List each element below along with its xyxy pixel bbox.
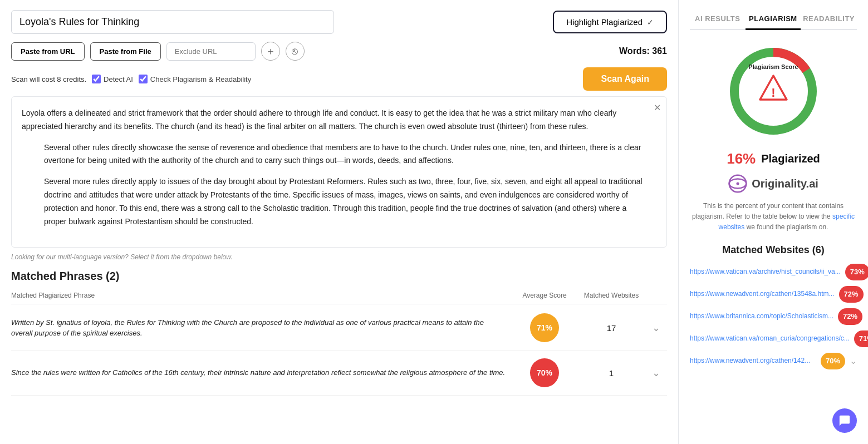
detect-ai-checkbox-label[interactable]: Detect AI xyxy=(92,75,133,83)
highlight-btn-label: Highlight Plagiarized xyxy=(566,17,643,27)
matched-phrases-heading: Matched Phrases (2) xyxy=(11,270,667,283)
website-row-5: https://www.newadvent.org/cathen/142... … xyxy=(690,353,857,369)
matched-phrases-section: Matched Phrases (2) Matched Plagiarized … xyxy=(11,270,667,396)
website-row-2: https://www.newadvent.org/cathen/13548a.… xyxy=(690,286,857,303)
plus-icon: ＋ xyxy=(266,45,276,58)
check-plagiarism-checkbox-label[interactable]: Check Plagiarism & Readability xyxy=(139,75,251,83)
detect-ai-label: Detect AI xyxy=(104,75,133,83)
specific-websites-link[interactable]: specific websites xyxy=(719,213,855,231)
highlight-plagiarized-button[interactable]: Highlight Plagiarized ✓ xyxy=(553,11,667,33)
score-description: This is the percent of your content that… xyxy=(690,201,857,233)
expand-row-2[interactable]: ⌄ xyxy=(645,367,667,379)
donut-chart-wrapper: ! Plagiarism Score xyxy=(690,41,857,141)
score-badge-2: 70% xyxy=(530,358,559,387)
sidebar: AI RESULTS PLAGIARISM READABILITY ! Plag… xyxy=(679,0,868,444)
tab-plagiarism[interactable]: PLAGIARISM xyxy=(746,9,801,30)
col-phrase-header: Matched Plagiarized Phrase xyxy=(11,292,511,299)
document-title-input[interactable] xyxy=(11,10,334,34)
content-text[interactable]: Loyola offers a delineated and strict fr… xyxy=(12,97,666,247)
paragraph-3: Several more rules directly apply to iss… xyxy=(22,175,646,228)
website-link-2[interactable]: https://www.newadvent.org/cathen/13548a.… xyxy=(690,289,835,299)
check-plagiarism-label: Check Plagiarism & Readability xyxy=(150,75,251,83)
paste-from-url-button[interactable]: Paste from URL xyxy=(11,42,85,61)
col-websites-header: Matched Websites xyxy=(578,292,645,299)
main-panel: Highlight Plagiarized ✓ Paste from URL P… xyxy=(0,0,679,444)
score-display: 16% Plagiarized xyxy=(690,150,857,167)
website-row-1: https://www.vatican.va/archive/hist_coun… xyxy=(690,264,857,280)
tab-ai-results[interactable]: AI RESULTS xyxy=(690,9,746,30)
matched-count-2: 1 xyxy=(578,368,645,378)
exclude-url-input[interactable] xyxy=(166,42,256,61)
chat-bubble-button[interactable] xyxy=(832,408,857,433)
credits-row: Scan will cost 8 credits. Detect AI Chec… xyxy=(11,67,667,91)
header-row: Highlight Plagiarized ✓ xyxy=(11,10,667,34)
website-score-1: 73% xyxy=(845,264,868,280)
col-score-header: Average Score xyxy=(511,292,578,299)
website-score-5: 70% xyxy=(821,353,845,369)
plagiarism-donut-chart: ! Plagiarism Score xyxy=(723,41,823,141)
website-row-4: https://www.vatican.va/roman_curia/congr… xyxy=(690,330,857,347)
detect-ai-checkbox[interactable] xyxy=(92,75,101,83)
content-area: Loyola offers a delineated and strict fr… xyxy=(11,96,667,248)
plagiarism-percent: 16% xyxy=(727,150,756,167)
words-count: Words: 361 xyxy=(619,46,667,56)
svg-point-7 xyxy=(737,182,739,185)
website-row-3: https://www.britannica.com/topic/Scholas… xyxy=(690,308,857,325)
matched-websites-heading: Matched Websites (6) xyxy=(690,244,857,256)
share-icon: ⎋ xyxy=(292,46,298,57)
originality-logo-icon xyxy=(728,174,747,193)
paste-from-file-button[interactable]: Paste from File xyxy=(90,42,161,61)
originality-brand: Originality.ai xyxy=(690,174,857,193)
chat-icon xyxy=(838,415,851,427)
credits-text: Scan will cost 8 credits. xyxy=(11,75,86,83)
originality-brand-name: Originality.ai xyxy=(752,177,818,190)
website-score-2: 72% xyxy=(839,286,864,303)
table-row: Written by St. ignatius of loyola, the R… xyxy=(11,305,667,351)
toolbar-row: Paste from URL Paste from File ＋ ⎋ Words… xyxy=(11,42,667,61)
check-plagiarism-checkbox[interactable] xyxy=(139,75,148,83)
matched-count-1: 17 xyxy=(578,323,645,333)
table-header: Matched Plagiarized Phrase Average Score… xyxy=(11,292,667,304)
multi-lang-notice: Looking for our multi-language version? … xyxy=(11,253,667,261)
score-badge-1: 71% xyxy=(530,313,559,342)
expand-row-1[interactable]: ⌄ xyxy=(645,322,667,334)
paragraph-1: Loyola offers a delineated and strict fr… xyxy=(22,107,646,134)
website-score-4: 71% xyxy=(854,330,868,347)
plagiarism-label: Plagiarized xyxy=(761,152,820,165)
tab-readability[interactable]: READABILITY xyxy=(801,9,857,30)
websites-list: https://www.vatican.va/archive/hist_coun… xyxy=(690,264,857,369)
check-icon: ✓ xyxy=(647,18,654,27)
paragraph-2: Several other rules directly showcase th… xyxy=(22,141,646,168)
phrase-text-1: Written by St. ignatius of loyola, the R… xyxy=(11,317,511,339)
website-link-3[interactable]: https://www.britannica.com/topic/Scholas… xyxy=(690,312,833,321)
website-score-3: 72% xyxy=(838,308,862,325)
svg-text:Plagiarism Score: Plagiarism Score xyxy=(748,63,798,70)
table-row: Since the rules were written for Catholi… xyxy=(11,351,667,396)
website-chevron-5[interactable]: ⌄ xyxy=(850,356,857,366)
sidebar-tabs: AI RESULTS PLAGIARISM READABILITY xyxy=(690,9,857,30)
website-link-4[interactable]: https://www.vatican.va/roman_curia/congr… xyxy=(690,334,850,343)
close-content-button[interactable]: ✕ xyxy=(654,102,661,113)
add-button[interactable]: ＋ xyxy=(261,42,280,61)
share-button[interactable]: ⎋ xyxy=(286,42,305,61)
website-link-5[interactable]: https://www.newadvent.org/cathen/142... xyxy=(690,356,816,366)
scan-again-button[interactable]: Scan Again xyxy=(583,67,667,91)
app-layout: Highlight Plagiarized ✓ Paste from URL P… xyxy=(0,0,868,444)
phrase-text-2: Since the rules were written for Catholi… xyxy=(11,367,511,378)
website-link-1[interactable]: https://www.vatican.va/archive/hist_coun… xyxy=(690,267,841,277)
svg-text:!: ! xyxy=(771,86,775,100)
